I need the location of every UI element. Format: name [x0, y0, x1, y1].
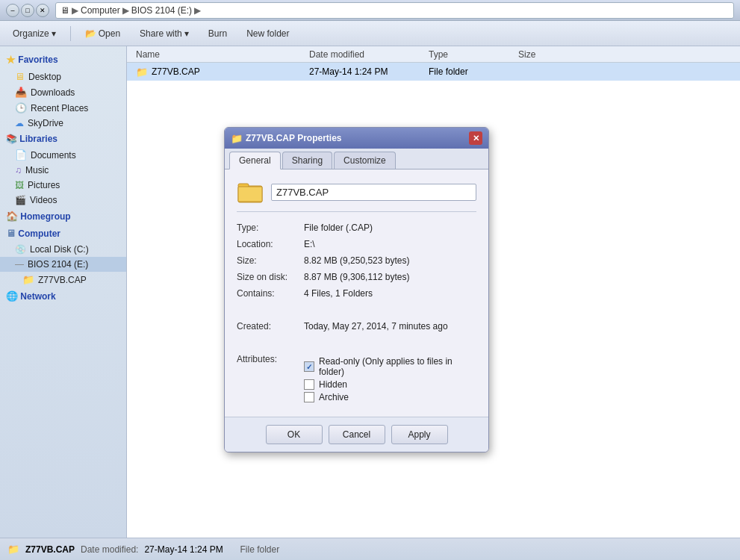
contains-value: 4 Files, 1 Folders — [304, 285, 476, 302]
address-icon: 🖥 — [60, 5, 69, 16]
tab-customize[interactable]: Customize — [334, 152, 396, 169]
documents-icon: 📄 — [15, 149, 27, 161]
archive-checkbox[interactable] — [304, 392, 314, 402]
location-value: E:\ — [304, 236, 476, 252]
cancel-button[interactable]: Cancel — [329, 425, 385, 444]
prop-row-location: Location: E:\ — [237, 236, 476, 252]
prop-row-type: Type: File folder (.CAP) — [237, 220, 476, 236]
svg-rect-2 — [238, 187, 262, 202]
sidebar-network-section[interactable]: 🌐 Network — [0, 287, 126, 305]
window-controls: – □ ✕ — [6, 4, 49, 17]
sidebar-libraries-section[interactable]: 📚 Libraries — [0, 131, 126, 147]
sidebar-z77vb-label: Z77VB.CAP — [38, 275, 87, 285]
column-type[interactable]: Type — [429, 49, 518, 60]
prop-row-size-disk: Size on disk: 8.87 MB (9,306,112 bytes) — [237, 269, 476, 285]
hidden-row: Hidden — [304, 379, 476, 390]
contains-label: Contains: — [237, 285, 304, 302]
ok-button[interactable]: OK — [266, 425, 323, 444]
column-size[interactable]: Size — [518, 49, 578, 60]
sidebar-item-documents[interactable]: 📄 Documents — [0, 147, 126, 163]
open-label: Open — [99, 28, 120, 39]
open-button[interactable]: 📂 Open — [78, 25, 127, 42]
row-folder-icon: 📁 — [136, 66, 148, 78]
table-row[interactable]: 📁 Z77VB.CAP 27-May-14 1:24 PM File folde… — [127, 63, 740, 81]
minimize-button[interactable]: – — [6, 4, 19, 17]
sidebar-videos-label: Videos — [30, 195, 57, 205]
drive-e-icon: — — [15, 259, 24, 270]
properties-table: Type: File folder (.CAP) Location: E:\ S… — [237, 220, 476, 408]
status-type: File folder — [240, 544, 279, 555]
sidebar-item-local-disk[interactable]: 💿 Local Disk (C:) — [0, 242, 126, 257]
dialog-buttons: OK Cancel Apply — [225, 417, 488, 452]
hidden-checkbox[interactable] — [304, 379, 314, 390]
dialog-title: Z77VB.CAP Properties — [246, 133, 342, 143]
status-folder-icon: 📁 — [7, 544, 19, 555]
status-date-label: Date modified: — [81, 544, 138, 555]
toolbar: Organize ▾ 📂 Open Share with ▾ Burn New … — [0, 21, 740, 46]
burn-label: Burn — [208, 28, 227, 39]
size-value: 8.82 MB (9,250,523 bytes) — [304, 252, 476, 269]
tab-sharing[interactable]: Sharing — [282, 152, 332, 169]
prop-row-size: Size: 8.82 MB (9,250,523 bytes) — [237, 252, 476, 269]
size-disk-value: 8.87 MB (9,306,112 bytes) — [304, 269, 476, 285]
size-label: Size: — [237, 252, 304, 269]
computer-icon: 🖥 — [6, 228, 16, 239]
organize-label: Organize — [13, 28, 49, 39]
properties-dialog: 📁 Z77VB.CAP Properties ✕ General Sharing… — [224, 127, 489, 452]
close-button[interactable]: ✕ — [36, 4, 49, 17]
apply-button[interactable]: Apply — [391, 425, 448, 444]
address-computer: Computer — [81, 5, 120, 16]
dialog-close-button[interactable]: ✕ — [469, 131, 482, 145]
burn-button[interactable]: Burn — [202, 25, 234, 42]
status-date-value: 27-May-14 1:24 PM — [144, 544, 223, 555]
favorites-label: Favorites — [18, 55, 57, 65]
maximize-button[interactable]: □ — [21, 4, 34, 17]
share-button[interactable]: Share with ▾ — [133, 25, 196, 42]
address-bar[interactable]: 🖥 ▶ Computer ▶ BIOS 2104 (E:) ▶ — [55, 2, 734, 19]
file-list-header: Name Date modified Type Size — [127, 46, 740, 63]
organize-button[interactable]: Organize ▾ — [6, 25, 63, 42]
dialog-tabs: General Sharing Customize — [225, 149, 488, 169]
sidebar-item-downloads[interactable]: 📥 Downloads — [0, 84, 126, 100]
desktop-icon: 🖥 — [15, 71, 25, 82]
sidebar-item-skydrive[interactable]: ☁ SkyDrive — [0, 116, 126, 131]
column-name[interactable]: Name — [130, 49, 309, 60]
open-icon: 📂 — [85, 28, 96, 39]
column-date[interactable]: Date modified — [309, 49, 429, 60]
sidebar-item-bios-drive[interactable]: — BIOS 2104 (E:) — [0, 257, 126, 272]
readonly-row: ✓ Read-only (Only applies to files in fo… — [304, 356, 476, 377]
hidden-label: Hidden — [319, 379, 347, 390]
sidebar-downloads-label: Downloads — [31, 87, 75, 98]
attributes-values: ✓ Read-only (Only applies to files in fo… — [304, 351, 476, 408]
prop-row-attributes: Attributes: ✓ Read-only (Only applies to… — [237, 351, 476, 408]
sidebar-favorites-section[interactable]: ★ Favorites — [0, 51, 126, 69]
sidebar-item-desktop[interactable]: 🖥 Desktop — [0, 69, 126, 84]
sidebar-item-videos[interactable]: 🎬 Videos — [0, 193, 126, 208]
folder-name-input[interactable]: Z77VB.CAP — [271, 184, 476, 201]
dialog-titlebar: 📁 Z77VB.CAP Properties ✕ — [225, 128, 488, 149]
type-value: File folder (.CAP) — [304, 220, 476, 236]
new-folder-button[interactable]: New folder — [240, 25, 296, 42]
created-value: Today, May 27, 2014, 7 minutes ago — [304, 318, 476, 335]
libraries-icon: 📚 — [6, 134, 17, 144]
address-drive: BIOS 2104 (E:) — [131, 5, 192, 16]
readonly-checkbox[interactable]: ✓ — [304, 361, 314, 372]
folder-header: Z77VB.CAP — [237, 178, 476, 212]
folder-z77-icon: 📁 — [22, 274, 34, 285]
prop-row-created: Created: Today, May 27, 2014, 7 minutes … — [237, 318, 476, 335]
prop-row-contains: Contains: 4 Files, 1 Folders — [237, 285, 476, 302]
sidebar-item-music[interactable]: ♫ Music — [0, 163, 126, 178]
sidebar-item-pictures[interactable]: 🖼 Pictures — [0, 178, 126, 193]
sidebar-pictures-label: Pictures — [28, 180, 60, 190]
pictures-icon: 🖼 — [15, 180, 24, 190]
libraries-label: Libraries — [19, 134, 57, 144]
share-label: Share with — [140, 28, 182, 39]
sidebar-item-z77vb[interactable]: 📁 Z77VB.CAP — [0, 272, 126, 287]
location-label: Location: — [237, 236, 304, 252]
sidebar-homegroup-section[interactable]: 🏠 Homegroup — [0, 208, 126, 225]
sidebar-computer-section[interactable]: 🖥 Computer — [0, 225, 126, 242]
tab-general[interactable]: General — [229, 152, 281, 169]
sidebar-item-recent[interactable]: 🕒 Recent Places — [0, 100, 126, 116]
skydrive-icon: ☁ — [15, 118, 24, 128]
sidebar-local-disk-label: Local Disk (C:) — [30, 244, 89, 255]
